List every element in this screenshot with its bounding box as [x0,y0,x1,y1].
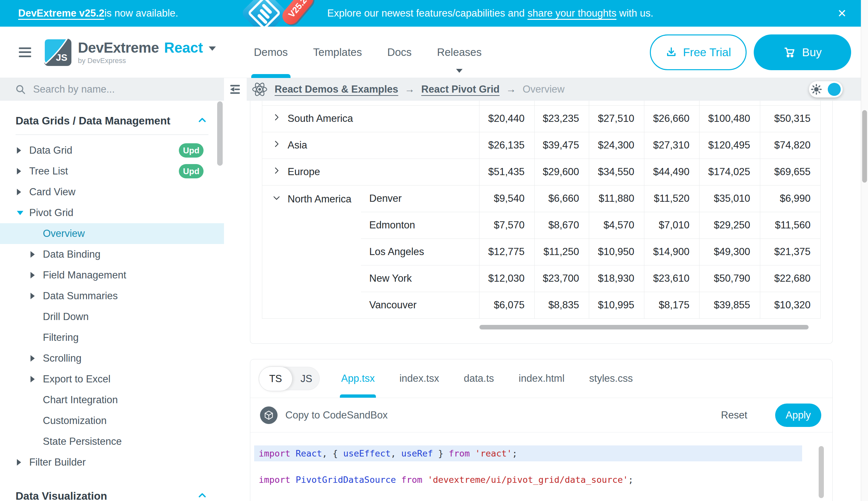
chevron-expanded-icon [17,211,29,215]
chevron-collapsed-icon [17,459,29,466]
sidebar-item-tree-list[interactable]: Tree ListUpd [0,161,224,182]
pivot-region-north-america[interactable]: North America [262,185,361,318]
sidebar-list: Data Grids / Data ManagementData GridUpd… [0,101,224,501]
sidebar-section-data-grids-data-management[interactable]: Data Grids / Data Management [0,110,224,131]
banner-version-link[interactable]: DevExtreme v25.2 [18,8,104,19]
page-scrollbar-thumb[interactable] [862,110,867,183]
sidebar-search [0,78,224,101]
framework-dropdown-caret-icon[interactable] [209,46,216,51]
page: DevExtreme v25.2 is now available. V25.2… [0,0,868,501]
chevron-collapsed-icon [17,189,29,195]
tab-index-tsx[interactable]: index.tsx [399,359,439,398]
sidebar-item-data-grid[interactable]: Data GridUpd [0,140,224,161]
theme-toggle[interactable] [809,81,843,97]
chevron-collapsed-icon [31,376,43,382]
tab-data-ts[interactable]: data.ts [464,359,494,398]
codesandbox-icon[interactable] [260,406,277,424]
sidebar-item-pivot-grid[interactable]: Pivot Grid [0,202,224,223]
chevron-up-icon [197,115,207,126]
pivot-city-new-york: New York [361,265,480,292]
nav-item-docs[interactable]: Docs [387,26,411,78]
banner-close-icon[interactable]: ✕ [837,0,847,26]
app-header: JS DevExtreme React by DevExpress DemosT… [0,26,861,78]
sidebar-item-data-binding[interactable]: Data Binding [0,244,224,265]
copy-to-codesandbox-button[interactable]: Copy to CodeSandBox [285,409,387,421]
pivot-value-cell: $10,995 [589,292,644,318]
code-scrollbar[interactable] [818,446,824,498]
sidebar-item-data-summaries[interactable]: Data Summaries [0,286,224,306]
theme-toggle-knob[interactable] [828,83,841,96]
share-your-thoughts-link[interactable]: share your thoughts [527,8,616,19]
sidebar-item-label: Filtering [43,332,79,343]
promo-banner: DevExtreme v25.2 is now available. V25.2… [0,0,861,26]
sidebar-scrollbar[interactable] [217,102,223,166]
sidebar-item-export-to-excel[interactable]: Export to Excel [0,369,224,390]
buy-button[interactable]: Buy [754,34,851,70]
tab-index-html[interactable]: index.html [519,359,564,398]
pivot-city-los-angeles: Los Angeles [361,238,480,265]
code-line-1: import React, { useEffect, useRef } from… [254,440,832,467]
sidebar-item-state-persistence[interactable]: State Persistence [0,431,224,452]
pivot-value-cell: $4,570 [589,212,644,238]
breadcrumb-overview: Overview [523,84,564,95]
apply-button[interactable]: Apply [775,404,821,427]
sidebar-section-data-visualization[interactable]: Data Visualization [0,486,224,501]
pivot-region-south-america[interactable]: South America [262,105,480,132]
chevron-down-icon [456,69,463,73]
sidebar-item-label: Export to Excel [43,373,110,385]
hamburger-menu-icon[interactable] [19,47,31,57]
tab-styles-css[interactable]: styles.css [589,359,633,398]
search-icon [15,84,26,95]
pivot-value-cell: $50,790 [700,265,760,292]
sidebar-item-drill-down[interactable]: Drill Down [0,306,224,327]
chevron-collapsed-icon [31,272,43,278]
nav-item-releases[interactable]: Releases [437,26,482,78]
version-badge: V25.2 [279,0,317,26]
react-icon [251,81,268,98]
language-toggle[interactable]: TS JS [259,367,320,390]
pivot-horizontal-scrollbar[interactable] [480,325,809,329]
language-option-js[interactable]: JS [300,367,312,391]
chevron-collapsed-icon [31,251,43,258]
updated-badge: Upd [179,164,204,178]
pivot-value-cell: $74,820 [760,132,821,159]
nav-item-demos[interactable]: Demos [254,26,288,78]
sidebar-item-filtering[interactable]: Filtering [0,327,224,348]
reset-button[interactable]: Reset [721,409,747,421]
sidebar-item-label: Scrolling [43,352,81,364]
pivot-value-cell: $174,025 [700,159,760,185]
breadcrumb-react-demos-examples[interactable]: React Demos & Examples [275,84,398,95]
search-input[interactable] [33,84,195,95]
cart-icon [783,46,795,58]
sidebar-item-field-management[interactable]: Field Management [0,265,224,286]
download-icon [666,46,677,58]
sidebar-item-card-view[interactable]: Card View [0,182,224,202]
sidebar-item-label: Field Management [43,269,126,281]
nav-item-templates[interactable]: Templates [313,26,362,78]
tab-app-tsx[interactable]: App.tsx [341,359,375,398]
sidebar-item-chart-integration[interactable]: Chart Integration [0,390,224,411]
sidebar-item-customization[interactable]: Customization [0,411,224,431]
code-editor[interactable]: import React, { useEffect, useRef } from… [250,432,832,501]
pivot-region-asia[interactable]: Asia [262,132,480,159]
sidebar-item-filter-builder[interactable]: Filter Builder [0,452,224,473]
free-trial-button[interactable]: Free Trial [650,34,747,70]
brand-block[interactable]: DevExtreme React by DevExpress [78,40,216,65]
page-scrollbar-track[interactable] [861,0,868,501]
sidebar-item-label: Filter Builder [29,457,86,468]
sidebar-item-overview[interactable]: Overview [0,223,224,244]
breadcrumb-react-pivot-grid[interactable]: React Pivot Grid [421,84,499,95]
pivot-region-europe[interactable]: Europe [262,159,480,185]
collapse-sidebar-button[interactable] [224,78,247,101]
nav-item-label: Templates [313,46,362,58]
devextreme-diamond-logo-icon: V25.2 [227,0,325,26]
pivot-value-cell: $35,010 [700,185,760,212]
pivot-value-cell: $34,550 [589,159,644,185]
code-tabs-row: TS JS App.tsxindex.tsxdata.tsindex.htmls… [250,359,832,398]
pivot-grid-demo-card: South America$20,440$23,235$27,510$26,66… [250,101,833,344]
chevron-collapsed-icon [31,355,43,362]
language-option-ts[interactable]: TS [259,366,293,391]
sidebar-item-scrolling[interactable]: Scrolling [0,348,224,369]
code-line-3: import Chart, { [254,493,832,501]
chevron-collapsed-icon [31,293,43,299]
